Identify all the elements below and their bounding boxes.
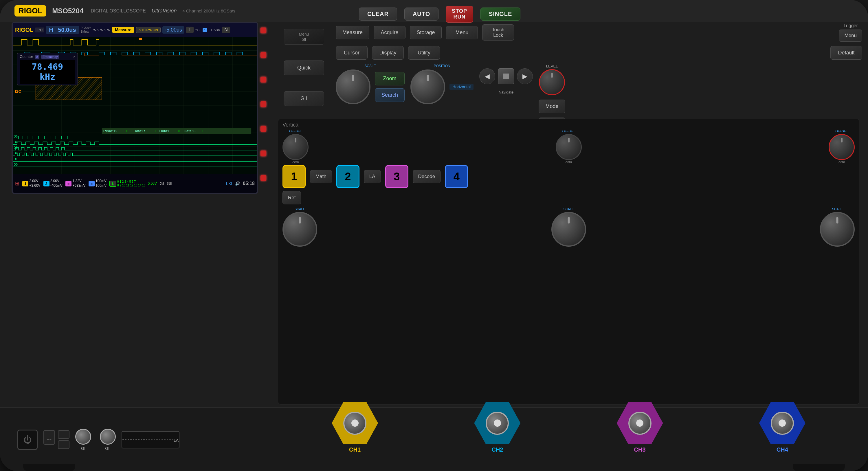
time-display: 05:18 bbox=[243, 181, 255, 186]
stop-run-screen-btn[interactable]: STOP/RUN bbox=[136, 27, 161, 33]
ch3-bnc-label: CH3 bbox=[634, 446, 646, 453]
ch4-bnc-hex bbox=[759, 402, 805, 444]
trigger-label: Trigger bbox=[843, 23, 858, 28]
zero-label-2: Zero bbox=[565, 160, 572, 163]
channel-badge: 8 bbox=[35, 55, 39, 59]
led-column bbox=[260, 28, 266, 181]
offset-knobs-row: OFFSET Zero OFFSET Zero OFFSET Zero bbox=[278, 129, 859, 163]
ch2-scale-knob[interactable] bbox=[551, 212, 586, 247]
usb-port-1 bbox=[58, 430, 69, 439]
power-button[interactable]: ⏻ bbox=[18, 430, 38, 450]
measure-button[interactable]: Measure bbox=[112, 27, 134, 33]
mode-button[interactable]: Mode bbox=[539, 100, 565, 113]
main-control-panel: Measure Acquire Storage Menu Touch Lock … bbox=[336, 23, 862, 407]
channel-status-bar: ⊞ 1 2.00V +3.60V 2 2.00V -400mV ≡ bbox=[13, 174, 257, 193]
ch1-scale-knob[interactable] bbox=[282, 212, 317, 247]
ch3-values: 1.32V +633mV bbox=[72, 179, 85, 188]
menu-button[interactable]: Menu bbox=[446, 26, 478, 39]
ch4-bnc-label: CH4 bbox=[777, 446, 788, 453]
display-button[interactable]: Display bbox=[372, 46, 404, 60]
g1-button[interactable]: G I bbox=[284, 91, 324, 106]
ch4-bnc-connector[interactable] bbox=[771, 412, 794, 435]
nav-right-btn[interactable]: ▶ bbox=[517, 68, 533, 84]
horizontal-label: Horizontal bbox=[450, 84, 473, 90]
func-row-2: Cursor Display Utility Default bbox=[336, 46, 862, 60]
ch1-offset-knob[interactable] bbox=[282, 134, 309, 160]
ch2-values: 2.00V -400mV bbox=[50, 179, 63, 188]
la-connector: LA bbox=[122, 431, 180, 448]
nav-stop-btn[interactable] bbox=[498, 68, 514, 84]
default-button[interactable]: Default bbox=[830, 46, 862, 60]
la-pins bbox=[122, 439, 174, 440]
search-button[interactable]: Search bbox=[375, 88, 405, 102]
ch2-status: 2 2.00V -400mV bbox=[43, 179, 63, 188]
ch2-bnc-connector[interactable] bbox=[486, 412, 509, 435]
scale-v-label-1: SCALE bbox=[294, 207, 305, 211]
ch3-offset-col: OFFSET Zero bbox=[829, 129, 855, 163]
func-row-1: Measure Acquire Storage Menu Touch Lock … bbox=[336, 23, 862, 42]
auto-button[interactable]: AUTO bbox=[404, 7, 438, 21]
cursor-button[interactable]: Cursor bbox=[336, 46, 368, 60]
td-badge: T'D bbox=[35, 28, 44, 32]
ch2-bnc-hex bbox=[474, 402, 520, 444]
zoom-button[interactable]: Zoom bbox=[375, 72, 405, 85]
ch2-number: 2 bbox=[43, 181, 50, 186]
ch1-values: 2.00V +3.60V bbox=[29, 179, 40, 188]
zero-label-3: Zero bbox=[838, 160, 845, 163]
la-button[interactable]: LA bbox=[364, 170, 381, 183]
storage-button[interactable]: Storage bbox=[410, 26, 442, 39]
ch2-bnc-center bbox=[494, 419, 501, 427]
ch3-status: ≡ 1.32V +633mV bbox=[65, 179, 86, 188]
vertical-section: Vertical OFFSET Zero OFFSET Zero bbox=[278, 119, 859, 404]
ch3-offset-knob[interactable] bbox=[829, 134, 855, 160]
trigger-menu-button[interactable]: Menu bbox=[839, 30, 862, 42]
ch1-channel-btn[interactable]: 1 bbox=[282, 165, 306, 188]
status-info: LXI 🔊 05:18 bbox=[226, 181, 255, 186]
la-offset: 0.00V bbox=[148, 182, 157, 186]
ch3-bnc-center bbox=[636, 419, 643, 427]
close-counter-btn[interactable]: × bbox=[73, 55, 75, 59]
gi-connector: GI bbox=[75, 429, 91, 451]
ch1-bnc-connector[interactable] bbox=[343, 412, 366, 435]
quick-button[interactable]: Quick bbox=[284, 61, 324, 75]
acquire-button[interactable]: Acquire bbox=[374, 26, 405, 39]
svg-text:0: 0 bbox=[154, 129, 156, 133]
led-3 bbox=[260, 77, 266, 83]
device-specs: 4 Channel 200MHz 8GSa/s bbox=[182, 8, 235, 13]
usb-port-2 bbox=[58, 440, 69, 449]
stop-run-button[interactable]: STOP RUN bbox=[446, 6, 473, 23]
ch3-bnc-hex bbox=[617, 402, 663, 444]
utility-button[interactable]: Utility bbox=[408, 46, 440, 60]
series-name: UltraVision bbox=[152, 8, 177, 14]
nav-left-btn[interactable]: ◀ bbox=[479, 68, 495, 84]
counter-overlay: Counter 8 Frequency × 78.469 kHz bbox=[17, 53, 78, 85]
screen-header: RIGOL T'D H 50.0us 2GSa/s 1Mpts ∿∿∿∿∿ Me… bbox=[13, 23, 257, 37]
ch4-channel-btn[interactable]: 4 bbox=[445, 165, 468, 188]
math-button[interactable]: Math bbox=[310, 170, 332, 183]
clear-button[interactable]: CLEAR bbox=[359, 7, 397, 21]
scale-knob[interactable] bbox=[336, 69, 370, 104]
gii-bnc bbox=[100, 429, 116, 445]
vertical-label: Vertical bbox=[278, 119, 859, 129]
measure-button[interactable]: Measure bbox=[336, 26, 369, 39]
ch1-bnc-wrap: CH1 bbox=[332, 402, 378, 453]
svg-text:Data:G: Data:G bbox=[184, 129, 196, 133]
touch-lock-button[interactable]: Touch Lock bbox=[482, 24, 514, 40]
level-knob[interactable] bbox=[539, 69, 565, 95]
ch4-bnc-center bbox=[779, 419, 786, 427]
la-connector-label: LA bbox=[174, 438, 179, 443]
ref-button[interactable]: Ref bbox=[282, 191, 301, 205]
ch2-offset-knob[interactable] bbox=[556, 134, 582, 160]
menu-off-button[interactable]: Menu off bbox=[284, 29, 324, 44]
position-knob[interactable] bbox=[410, 69, 445, 104]
navigate-label: Navigate bbox=[499, 90, 514, 94]
usb-ports: ⚋ bbox=[43, 430, 69, 449]
ch3-channel-btn[interactable]: 3 bbox=[385, 165, 408, 188]
ch3-scale-knob[interactable] bbox=[820, 212, 855, 247]
ch3-bnc-connector[interactable] bbox=[628, 412, 652, 435]
single-button[interactable]: SINGLE bbox=[480, 7, 520, 21]
ch2-channel-btn[interactable]: 2 bbox=[336, 165, 360, 188]
ch1-scale-col: SCALE bbox=[282, 207, 317, 247]
decode-button[interactable]: Decode bbox=[413, 170, 441, 183]
counter-value: 78.469 kHz bbox=[20, 60, 75, 84]
